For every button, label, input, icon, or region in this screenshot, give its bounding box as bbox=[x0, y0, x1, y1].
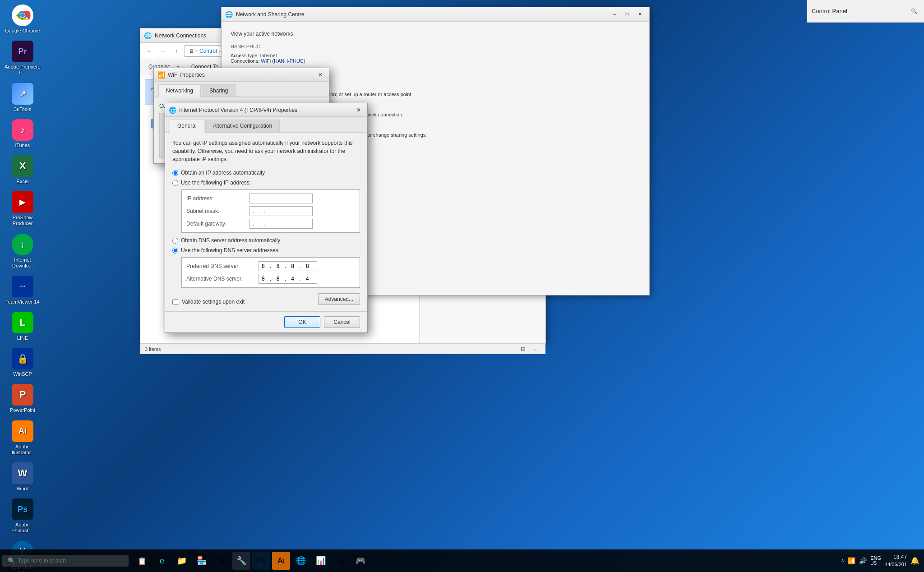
subnet-input[interactable] bbox=[249, 206, 313, 216]
ipv4-description: You can get IP settings assigned automat… bbox=[172, 139, 360, 163]
item-count: 3 items bbox=[145, 346, 161, 352]
volume-tray-icon[interactable]: 🔊 bbox=[859, 557, 867, 564]
photoshop-icon-item[interactable]: Ps Adobe Photosh... bbox=[5, 498, 41, 534]
notification-btn[interactable]: 🔔 bbox=[910, 556, 919, 565]
wifi-tab-networking[interactable]: Networking bbox=[158, 84, 201, 97]
auto-ip-radio[interactable] bbox=[172, 170, 178, 176]
ipv4-ok-btn[interactable]: OK bbox=[284, 316, 320, 328]
taskbar-search-input[interactable] bbox=[18, 558, 123, 564]
taskbar-app-app12[interactable]: 🎮 bbox=[351, 552, 370, 570]
control-panel-title: Control Panel bbox=[812, 8, 847, 14]
ipv4-properties-dialog: 🌐 Internet Protocol Version 4 (TCP/IPv4)… bbox=[165, 103, 368, 333]
advanced-btn[interactable]: Advanced... bbox=[318, 293, 360, 305]
auto-dns-option[interactable]: Obtain DNS server address automatically bbox=[172, 237, 360, 244]
taskbar-app-app10[interactable]: 📊 bbox=[312, 552, 330, 570]
clock-time: 18:47 bbox=[885, 554, 907, 561]
wifi-props-title-icon: 📶 bbox=[157, 71, 165, 78]
excel-icon-item[interactable]: X Excel bbox=[5, 155, 41, 185]
ipv4-tabs: General Alternative Configuration bbox=[165, 117, 367, 133]
validate-checkbox[interactable] bbox=[172, 299, 178, 305]
preferred-dns-row: Preferred DNS server: bbox=[186, 261, 355, 271]
taskbar-app-chrome[interactable]: 🌐 bbox=[292, 552, 310, 570]
sharing-centre-controls: ─ □ ✕ bbox=[609, 9, 646, 19]
manual-dns-radio[interactable] bbox=[172, 248, 178, 254]
illustrator-icon-item[interactable]: Ai Adobe Illustrator... bbox=[5, 420, 41, 456]
winscp-label: WinSCP bbox=[13, 371, 32, 377]
line-icon-item[interactable]: L LINE bbox=[5, 312, 41, 341]
word-icon-item[interactable]: W Word bbox=[5, 462, 41, 492]
excel-label: Excel bbox=[17, 179, 29, 185]
preferred-dns-input[interactable] bbox=[259, 261, 317, 271]
winscp-icon-item[interactable]: 🔒 WinSCP bbox=[5, 348, 41, 377]
alternative-dns-input[interactable] bbox=[259, 274, 317, 284]
desktop-icons: Google Chrome Pr Adobe Premiere P... ↗ 3… bbox=[5, 5, 41, 572]
ipv4-tab-alternative[interactable]: Alternative Configuration bbox=[205, 120, 280, 132]
view-controls: ⊞ ≡ bbox=[517, 344, 541, 355]
status-view-1[interactable]: ⊞ bbox=[517, 344, 528, 355]
taskbar-app-store[interactable]: 🏪 bbox=[193, 552, 211, 570]
ipv4-close-btn[interactable]: ✕ bbox=[354, 105, 364, 115]
net-connections-icon: 🌐 bbox=[144, 32, 151, 39]
taskbar-app-app11[interactable]: 🖥 bbox=[332, 552, 350, 570]
teamviewer-label: TeamViewer 14 bbox=[5, 299, 40, 305]
teamviewer-icon-item[interactable]: ↔ TeamViewer 14 bbox=[5, 276, 41, 305]
manual-ip-option[interactable]: Use the following IP address: bbox=[172, 180, 360, 186]
taskbar-clock[interactable]: 18:47 14/06/201 bbox=[885, 554, 907, 567]
auto-dns-radio[interactable] bbox=[172, 238, 178, 244]
ipv4-content: You can get IP settings assigned automat… bbox=[165, 133, 367, 311]
ip-radio-group: Obtain an IP address automatically Use t… bbox=[172, 170, 360, 186]
system-tray-chevron[interactable]: ∧ bbox=[841, 558, 844, 563]
ipv4-title: Internet Protocol Version 4 (TCP/IPv4) P… bbox=[179, 107, 354, 113]
gateway-input[interactable] bbox=[249, 219, 313, 229]
validate-label: Validate settings upon exit bbox=[182, 299, 245, 305]
taskbar-app-photoshop[interactable]: Ps bbox=[252, 552, 270, 570]
network-tray-icon[interactable]: 📶 bbox=[848, 557, 855, 564]
validate-advanced-row: Validate settings upon exit Advanced... bbox=[172, 293, 360, 305]
svg-point-3 bbox=[20, 13, 25, 18]
itunes-icon-item[interactable]: ♪ iTunes bbox=[5, 119, 41, 148]
taskbar-app-edge[interactable]: e bbox=[153, 552, 171, 570]
taskbar-app-list: 📋 e 📁 🏪 ✉ 🔧 Ps Ai 🌐 📊 🖥 🎮 bbox=[133, 552, 841, 570]
language-indicator: ENG US bbox=[870, 555, 881, 566]
proshow-icon-item[interactable]: ▶ ProShow Producer bbox=[5, 191, 41, 226]
ip-fields-panel: IP address: Subnet mask: Default gateway… bbox=[181, 189, 360, 233]
sharing-centre-maximize[interactable]: □ bbox=[621, 9, 633, 19]
sharing-centre-close[interactable]: ✕ bbox=[634, 9, 646, 19]
wifi-tab-sharing[interactable]: Sharing bbox=[202, 84, 236, 97]
line-label: LINE bbox=[17, 335, 28, 341]
back-btn[interactable]: ← bbox=[144, 46, 155, 56]
taskbar-right: ∧ 📶 🔊 ENG US 18:47 14/06/201 🔔 bbox=[841, 554, 924, 567]
premiere-icon-item[interactable]: Pr Adobe Premiere P... bbox=[5, 41, 41, 76]
ipv4-cancel-btn[interactable]: Cancel bbox=[324, 316, 360, 328]
taskbar-app-explorer[interactable]: 📁 bbox=[173, 552, 191, 570]
chrome-icon-item[interactable]: Google Chrome bbox=[5, 5, 41, 34]
ip-address-input[interactable] bbox=[249, 194, 313, 203]
powerpoint-label: PowerPoint bbox=[10, 407, 35, 413]
3utools-icon-item[interactable]: ↗ 3uTools bbox=[5, 83, 41, 112]
status-view-2[interactable]: ≡ bbox=[530, 344, 541, 355]
forward-btn[interactable]: → bbox=[157, 46, 168, 56]
taskbar-app-illustrator[interactable]: Ai bbox=[272, 552, 290, 570]
powerpoint-icon-item[interactable]: P PowerPoint bbox=[5, 384, 41, 413]
taskbar-search: 🔍 bbox=[2, 555, 129, 567]
manual-dns-option[interactable]: Use the following DNS server addresses: bbox=[172, 247, 360, 254]
sharing-centre-minimize[interactable]: ─ bbox=[609, 9, 620, 19]
wifi-props-title: WiFi Properties bbox=[168, 72, 315, 78]
manual-dns-label: Use the following DNS server addresses: bbox=[181, 247, 280, 254]
preferred-dns-label: Preferred DNS server: bbox=[186, 263, 259, 269]
idownload-icon-item[interactable]: ↓ Internet Downlo... bbox=[5, 234, 41, 269]
ipv4-tab-general[interactable]: General bbox=[170, 120, 204, 133]
ipv4-title-icon: 🌐 bbox=[169, 106, 176, 114]
dns-fields-panel: Preferred DNS server: Alternative DNS se… bbox=[181, 257, 360, 288]
alternative-dns-label: Alternative DNS server: bbox=[186, 276, 259, 282]
control-panel-bar: Control Panel 🔍 bbox=[807, 0, 924, 23]
up-btn[interactable]: ↑ bbox=[171, 46, 182, 56]
taskbar-app-app6[interactable]: 🔧 bbox=[232, 552, 250, 570]
wifi-props-close[interactable]: ✕ bbox=[315, 70, 325, 80]
taskbar-app-taskview[interactable]: 📋 bbox=[133, 552, 151, 570]
ip-address-label: IP address: bbox=[186, 195, 249, 202]
cp-search-icon[interactable]: 🔍 bbox=[909, 7, 919, 16]
taskbar-app-mail[interactable]: ✉ bbox=[213, 552, 231, 570]
manual-ip-radio[interactable] bbox=[172, 180, 178, 186]
auto-ip-option[interactable]: Obtain an IP address automatically bbox=[172, 170, 360, 176]
